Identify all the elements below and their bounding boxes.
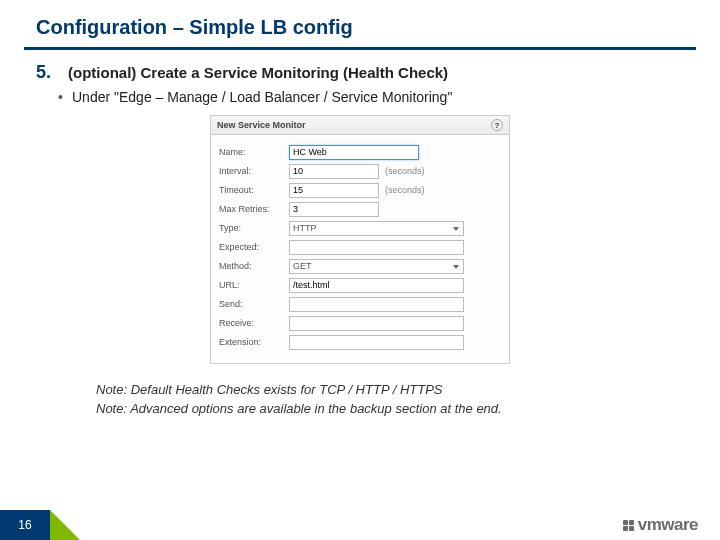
- label-send: Send:: [219, 299, 289, 309]
- notes-block: Note: Default Health Checks exists for T…: [36, 364, 684, 416]
- note-1: Note: Default Health Checks exists for T…: [96, 382, 684, 397]
- method-select[interactable]: GET: [289, 259, 464, 274]
- interval-field[interactable]: [289, 164, 379, 179]
- label-interval: Interval:: [219, 166, 289, 176]
- slide-title: Configuration – Simple LB config: [0, 0, 720, 47]
- interval-unit: (seconds): [385, 166, 425, 176]
- timeout-unit: (seconds): [385, 185, 425, 195]
- footer: 16 vmware: [0, 510, 720, 540]
- extension-field[interactable]: [289, 335, 464, 350]
- dialog-title: New Service Monitor: [217, 120, 306, 130]
- label-maxretries: Max Retries:: [219, 204, 289, 214]
- timeout-field[interactable]: [289, 183, 379, 198]
- note-2: Note: Advanced options are available in …: [96, 401, 684, 416]
- logo-text: vmware: [638, 515, 698, 535]
- page-number: 16: [0, 510, 50, 540]
- url-field[interactable]: [289, 278, 464, 293]
- step-line: 5. (optional) Create a Service Monitorin…: [36, 62, 684, 83]
- accent-triangle-icon: [50, 510, 80, 540]
- receive-field[interactable]: [289, 316, 464, 331]
- step-text: (optional) Create a Service Monitoring (…: [68, 64, 448, 81]
- expected-field[interactable]: [289, 240, 464, 255]
- help-icon[interactable]: ?: [491, 119, 503, 131]
- logo-boxes-icon: [623, 520, 634, 531]
- content-area: 5. (optional) Create a Service Monitorin…: [0, 50, 720, 416]
- nav-path-bullet: Under "Edge – Manage / Load Balancer / S…: [36, 83, 684, 115]
- label-receive: Receive:: [219, 318, 289, 328]
- label-extension: Extension:: [219, 337, 289, 347]
- label-timeout: Timeout:: [219, 185, 289, 195]
- dialog-body: Name: Interval: (seconds) Timeout: (seco…: [211, 135, 509, 363]
- method-value: GET: [293, 261, 312, 271]
- label-method: Method:: [219, 261, 289, 271]
- type-select[interactable]: HTTP: [289, 221, 464, 236]
- type-value: HTTP: [293, 223, 317, 233]
- dialog-titlebar: New Service Monitor ?: [211, 116, 509, 135]
- step-number: 5.: [36, 62, 58, 83]
- label-type: Type:: [219, 223, 289, 233]
- maxretries-field[interactable]: [289, 202, 379, 217]
- label-expected: Expected:: [219, 242, 289, 252]
- label-name: Name:: [219, 147, 289, 157]
- send-field[interactable]: [289, 297, 464, 312]
- label-url: URL:: [219, 280, 289, 290]
- dialog-screenshot: New Service Monitor ? Name: Interval: (s…: [210, 115, 510, 364]
- vmware-logo: vmware: [623, 510, 720, 540]
- name-field[interactable]: [289, 145, 419, 160]
